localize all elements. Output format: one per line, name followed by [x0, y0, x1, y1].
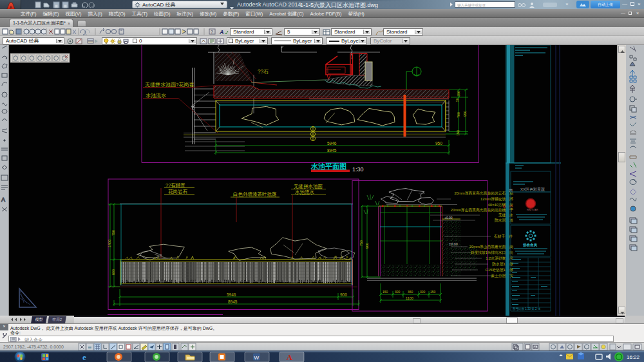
svg-text:150: 150	[457, 91, 460, 97]
svg-text:700: 700	[457, 112, 460, 118]
svg-text:150: 150	[456, 130, 460, 136]
svg-text:1400: 1400	[108, 240, 111, 247]
svg-text:300: 300	[395, 290, 401, 294]
svg-text:??石鋪置: ??石鋪置	[166, 182, 185, 188]
svg-text:W: W	[254, 355, 260, 361]
svg-text:±0.00: ±0.00	[449, 242, 458, 246]
svg-text:XX区色彩景观: XX区色彩景观	[520, 187, 545, 192]
svg-text:无缝拼水池面?花岗岩: 无缝拼水池面?花岗岩	[145, 82, 194, 88]
svg-text:水池流水: 水池流水	[294, 189, 315, 195]
svg-text:600: 600	[111, 269, 115, 275]
svg-text:5946: 5946	[327, 141, 337, 146]
svg-text:50: 50	[455, 98, 459, 102]
svg-text:950: 950	[435, 141, 442, 146]
svg-text:20mm厚西景亮光面花岗岩云石胶粘: 20mm厚西景亮光面花岗岩云石胶粘	[455, 191, 514, 196]
svg-text:花岗岩石: 花岗岩石	[168, 189, 188, 195]
svg-text:750: 750	[111, 230, 115, 236]
svg-text:防水层100厚: 防水层100厚	[492, 262, 513, 267]
svg-text:1100: 1100	[406, 296, 413, 300]
svg-text:5946: 5946	[227, 292, 236, 297]
svg-text:750: 750	[359, 240, 363, 246]
svg-text:白色外墙漆茶叶批荡: 白色外墙漆茶叶批荡	[233, 191, 277, 197]
svg-text:水池流水: 水池流水	[146, 93, 166, 99]
svg-text:900: 900	[340, 292, 347, 297]
svg-text:素土分层夯实: 素土分层夯实	[491, 274, 513, 278]
svg-text:950: 950	[463, 111, 467, 117]
svg-text:150: 150	[430, 290, 436, 294]
svg-text:?: ?	[211, 30, 213, 34]
svg-text:8945: 8945	[327, 148, 337, 153]
svg-text:无缝拼水池面: 无缝拼水池面	[294, 184, 323, 189]
svg-text:1:30: 1:30	[352, 166, 364, 173]
svg-text:+0.00: +0.00	[444, 216, 453, 220]
svg-text:360: 360	[408, 290, 413, 294]
svg-text:石材干挂件: 石材干挂件	[493, 234, 513, 239]
svg-text:20mm厚山西黑亮光面花岗岩拉槽帽干: 20mm厚山西黑亮光面花岗岩拉槽帽干	[451, 207, 513, 213]
svg-text:300: 300	[420, 290, 426, 294]
svg-text:e: e	[82, 352, 86, 362]
svg-text:水池平面图: 水池平面图	[310, 162, 346, 170]
svg-text:A: A	[219, 29, 224, 35]
svg-text:8945: 8945	[228, 300, 238, 304]
svg-text:??石: ??石	[258, 69, 269, 75]
svg-text:150: 150	[383, 290, 388, 294]
svg-text:RED STAR: RED STAR	[527, 209, 538, 211]
svg-text:A: A	[287, 353, 292, 362]
svg-text:900: 900	[365, 243, 369, 249]
svg-text:A: A	[1, 196, 5, 203]
svg-text:协会会员: 协会会员	[523, 243, 538, 247]
